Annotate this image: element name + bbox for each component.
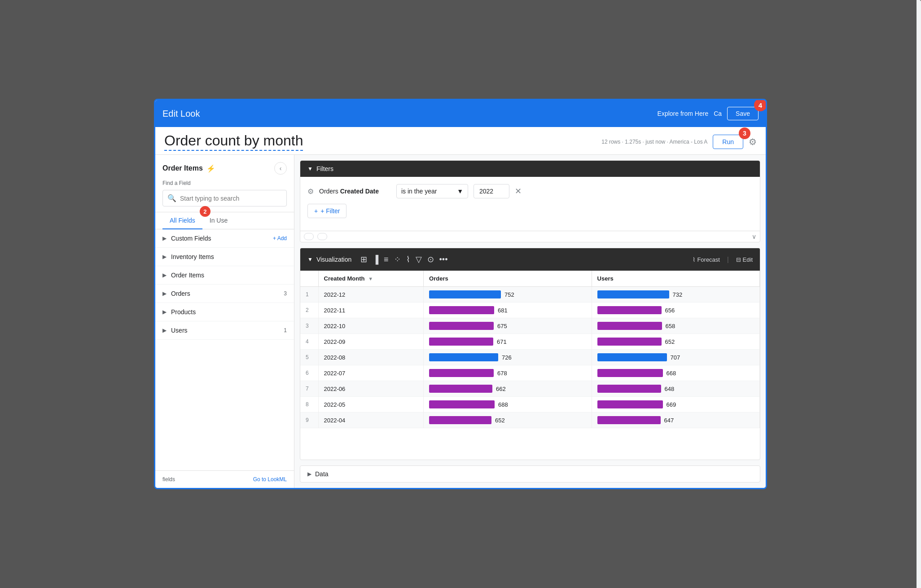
row-number: 2 [300,303,318,318]
sub-header: Order count by month 12 rows · 1.275s · … [155,127,766,155]
sidebar-footer: fields Go to LookML [155,470,294,488]
viz-label: Visualization [316,256,351,263]
sidebar-collapse-button[interactable]: ‹ [274,162,287,175]
area-chart-icon[interactable]: ▽ [414,253,424,266]
data-header[interactable]: ▶ Data [300,466,760,482]
filters-header[interactable]: ▼ Filters [300,161,760,177]
row-number: 8 [300,397,318,412]
expand-arrow-icon: ▶ [162,309,167,315]
results-table: Created Month ▼ Orders Users 1 2022-12 7… [300,271,760,428]
cell-month: 2022-07 [318,365,424,381]
scatter-icon[interactable]: ⁘ [392,253,403,266]
field-groups: ▶ Custom Fields + Add ▶ Inventory Items … [155,229,294,470]
group-name: Users [171,327,284,334]
lightning-icon: ⚡ [206,164,215,173]
data-expand-icon: ▶ [307,471,311,477]
cancel-link[interactable]: Ca [714,110,722,117]
add-custom-field-link[interactable]: + Add [273,235,287,241]
save-button[interactable]: Save [727,107,759,120]
field-group-custom-fields[interactable]: ▶ Custom Fields + Add [155,229,294,248]
group-count-badge: 1 [284,327,287,333]
field-group-orders[interactable]: ▶ Orders 3 [155,285,294,303]
filter-gear-icon[interactable]: ⚙ [307,187,314,196]
filter-clear-button[interactable]: ✕ [515,186,522,196]
find-field-label: Find a Field [162,180,287,186]
row-number: 7 [300,381,318,397]
sidebar-header: Order Items ⚡ ‹ Find a Field 🔍 [155,155,294,212]
group-name: Custom Fields [171,235,273,242]
row-number: 1 [300,287,318,303]
bar-chart-icon[interactable]: ▐ [371,253,380,266]
expand-arrow-icon: ▶ [162,254,167,260]
collapse-chip-1[interactable] [304,233,314,240]
more-icon[interactable]: ••• [438,253,450,266]
cell-users: 656 [592,303,759,318]
header-title: Edit Look [162,109,658,119]
run-button[interactable]: Run [713,135,743,149]
cell-users: 658 [592,318,759,334]
cell-month: 2022-11 [318,303,424,318]
header: Edit Look Explore from Here Ca Save 4 [155,100,766,127]
cell-month: 2022-08 [318,350,424,365]
filter-value-input[interactable] [474,184,509,198]
col-users[interactable]: Users [592,271,759,287]
filters-expand-icon: ▼ [307,166,313,172]
filter-operator-select[interactable]: is in the year ▼ [396,184,468,198]
go-to-lookml-link[interactable]: Go to LookML [253,476,287,483]
cell-month: 2022-04 [318,412,424,428]
filters-section: ▼ Filters ⚙ Orders Created Date is in th… [300,160,760,242]
field-group-inventory-items[interactable]: ▶ Inventory Items [155,248,294,266]
look-title[interactable]: Order count by month [164,132,303,151]
cell-month: 2022-12 [318,287,424,303]
sidebar: Order Items ⚡ ‹ Find a Field 🔍 All Field… [155,155,294,488]
edit-viz-button[interactable]: ⊟ Edit [736,256,753,263]
list-icon[interactable]: ≡ [382,253,390,266]
add-filter-button[interactable]: + + Filter [307,204,346,218]
group-name: Inventory Items [171,253,287,260]
sort-icon: ▼ [368,276,373,281]
collapse-chip-2[interactable] [317,233,327,240]
chevron-down-icon[interactable]: ∨ [752,233,756,240]
viz-header[interactable]: ▼ Visualization ⊞ ▐ ≡ ⁘ ⌇ ▽ ⊙ ••• ⌇ [300,248,760,271]
cell-users: 668 [592,365,759,381]
col-created-month[interactable]: Created Month ▼ [318,271,424,287]
table-row: 6 2022-07 678 668 [300,365,760,381]
cell-month: 2022-05 [318,397,424,412]
sub-header-right: 12 rows · 1.275s · just now · America - … [601,135,757,149]
table-row: 2 2022-11 681 656 [300,303,760,318]
cell-month: 2022-09 [318,334,424,350]
cell-orders: 675 [424,318,592,334]
field-group-products[interactable]: ▶ Products [155,303,294,321]
filter-field-label: Orders Created Date [319,188,391,195]
row-number: 9 [300,412,318,428]
main-body: Order Items ⚡ ‹ Find a Field 🔍 All Field… [155,155,766,488]
forecast-button[interactable]: ⌇ Forecast [693,256,720,263]
cell-month: 2022-10 [318,318,424,334]
group-name: Orders [171,290,284,297]
table-row: 9 2022-04 652 647 [300,412,760,428]
col-orders[interactable]: Orders [424,271,592,287]
cell-orders: 652 [424,412,592,428]
line-chart-icon[interactable]: ⌇ [404,253,412,266]
app-frame: Edit Look Explore from Here Ca Save 4 Or… [154,99,767,489]
table-row: 1 2022-12 752 732 [300,287,760,303]
table-body: 1 2022-12 752 732 2 2022-11 681 [300,287,760,428]
search-box: 🔍 [162,190,287,206]
cell-orders: 726 [424,350,592,365]
table-icon[interactable]: ⊞ [359,253,369,266]
explore-from-here-link[interactable]: Explore from Here [658,110,709,117]
settings-icon[interactable]: ⚙ [749,136,757,147]
header-actions: Explore from Here Ca Save 4 [658,107,759,120]
cell-users: 652 [592,334,759,350]
expand-arrow-icon: ▶ [162,290,167,297]
tab-all-fields[interactable]: All Fields [162,212,202,229]
search-input[interactable] [180,195,282,202]
field-group-order-items[interactable]: ▶ Order Items [155,266,294,285]
cell-users: 732 [592,287,759,303]
cell-orders: 678 [424,365,592,381]
cell-users: 648 [592,381,759,397]
clock-icon[interactable]: ⊙ [425,253,436,266]
cell-users: 647 [592,412,759,428]
field-group-users[interactable]: ▶ Users 1 [155,321,294,340]
filter-operator-text: is in the year [401,188,437,195]
